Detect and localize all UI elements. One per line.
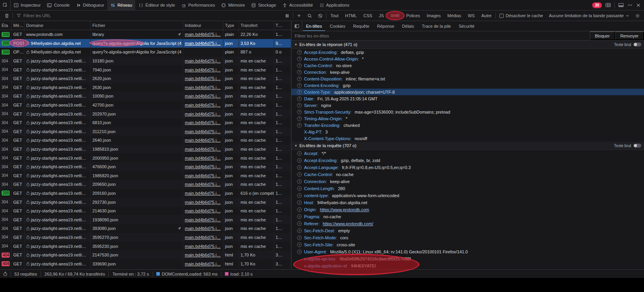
table-row[interactable]: 304 GET jazzy-starlight-aeea19.netli… 20…	[0, 153, 291, 162]
table-row[interactable]: 304 GET jazzy-starlight-aeea19.netli… 47…	[0, 162, 291, 171]
initiator-cell[interactable]: main.bd4b6d75.j…	[183, 83, 223, 92]
initiator-link[interactable]: main.bd4b6d75.j…	[185, 85, 221, 90]
initiator-link[interactable]: main.bd4b6d75.j…	[185, 103, 221, 107]
header-row[interactable]: Connection keep-alive	[292, 178, 644, 185]
initiator-link[interactable]: main.bd4b6d75.j…	[185, 138, 221, 142]
search-button[interactable]	[305, 12, 314, 20]
initiator-cell[interactable]: main.bd4b6d75.j…	[183, 224, 223, 233]
header-row[interactable]: Server nginx	[292, 102, 644, 109]
header-row[interactable]: Cache-Control no-store	[292, 62, 644, 69]
table-row[interactable]: 200 OP… 94he6yatei-dsn.algolia.net query…	[0, 48, 291, 57]
column-header-size[interactable]: T…	[274, 21, 291, 30]
pause-recording-button[interactable]	[282, 12, 292, 20]
initiator-cell[interactable]: main.bd4b6d75.j…	[183, 207, 223, 215]
initiator-cell[interactable]: main.bd4b6d75.j…	[183, 171, 223, 180]
initiator-link[interactable]: main.bd4b6d75.j…	[185, 208, 221, 213]
table-row[interactable]: 304 GET jazzy-starlight-aeea19.netli… 35…	[0, 233, 291, 242]
tab-stockage[interactable]: Stockage	[248, 0, 279, 10]
table-row[interactable]: 304 GET jazzy-starlight-aeea19.netli… 39…	[0, 224, 291, 233]
table-row[interactable]: 404 GET jazzy-starlight-aeea19.netli… 33…	[0, 259, 291, 268]
header-row[interactable]: Sec-Fetch-Site cross-site	[292, 241, 644, 248]
tab-editeur-de-style[interactable]: Éditeur de style	[135, 0, 178, 10]
error-count-badge[interactable]: 30	[592, 2, 602, 8]
initiator-cell[interactable]	[183, 48, 223, 57]
header-row[interactable]: Access-Control-Allow-Origin *	[292, 55, 644, 62]
header-row[interactable]: Sec-Fetch-Mode cors	[292, 234, 644, 241]
tab-console[interactable]: Console	[44, 0, 73, 10]
header-row[interactable]: Transfer-Encoding chunked	[292, 122, 644, 128]
resend-button[interactable]: Renvoyer	[615, 31, 644, 40]
initiator-link[interactable]: main.bd4b6d75.j…	[185, 244, 221, 249]
initiator-link[interactable]: main.bd4b6d75.j…	[185, 235, 221, 240]
initiator-cell[interactable]: main.bd4b6d75.j…	[183, 180, 223, 189]
header-row[interactable]: content-type application/x-www-form-urle…	[292, 192, 644, 199]
url-filter-input[interactable]: Filtrer les URL	[14, 13, 281, 18]
tab-entetes[interactable]: En-têtes	[302, 21, 326, 31]
initiator-link[interactable]: main.bd4b6d75.j…	[185, 226, 221, 231]
initiator-cell[interactable]: main.bd4b6d75.j…	[183, 136, 223, 145]
header-row[interactable]: Referer https://www.protondb.com/	[292, 220, 644, 227]
initiator-cell[interactable]: main.bd4b6d75.j…	[183, 189, 223, 198]
filter-css[interactable]: CSS	[361, 12, 375, 19]
tab-requete[interactable]: Requête	[349, 21, 373, 31]
initiator-link[interactable]: main.bd4b6d75.j…	[185, 156, 221, 160]
filter-autre[interactable]: Autre	[479, 12, 494, 19]
column-header-status[interactable]: Éta	[0, 21, 12, 30]
sidebar-toggle-button[interactable]	[292, 21, 302, 31]
initiator-cell[interactable]: main.bd4b6d75.j…	[183, 101, 223, 110]
filter-tout[interactable]: Tout	[328, 12, 341, 19]
tab-applications[interactable]: Applications	[316, 0, 352, 10]
initiator-cell[interactable]: main.bd4b6d75.j…	[183, 39, 223, 48]
tab-delais[interactable]: Délais	[398, 21, 418, 31]
initiator-link[interactable]: main.bd4b6d75.j…	[185, 59, 221, 63]
header-row[interactable]: X-Content-Type-Options nosniff	[292, 135, 644, 142]
table-row[interactable]: 304 GET jazzy-starlight-aeea19.netli… 26…	[0, 74, 291, 83]
initiator-link[interactable]: main.bd4b6d75.j…	[185, 32, 221, 37]
filter-images[interactable]: Images	[424, 12, 443, 19]
initiator-link[interactable]: main.bd4b6d75.j…	[185, 68, 221, 72]
initiator-cell[interactable]: main.bd4b6d75.j…	[183, 242, 223, 251]
initiator-link[interactable]: main.bd4b6d75.j…	[185, 164, 221, 169]
header-row[interactable]: Pragma no-cache	[292, 213, 644, 220]
tab-memoire[interactable]: Mémoire	[218, 0, 248, 10]
column-header-initiator[interactable]: Initiateur	[183, 21, 223, 30]
initiator-link[interactable]: main.bd4b6d75.j…	[185, 253, 221, 257]
pick-element-button[interactable]	[0, 0, 11, 10]
header-row[interactable]: Content-Type application/json; charset=U…	[292, 89, 644, 95]
new-request-button[interactable]	[294, 12, 304, 20]
initiator-cell[interactable]: main.bd4b6d75.j…	[183, 153, 223, 162]
initiator-cell[interactable]: main.bd4b6d75.j…	[183, 74, 223, 83]
initiator-cell[interactable]: main.bd4b6d75.j…	[183, 30, 223, 39]
tab-reseau[interactable]: Réseau	[107, 0, 135, 10]
header-row[interactable]: Sec-Fetch-Dest empty	[292, 227, 644, 234]
table-row[interactable]: 304 GET jazzy-starlight-aeea19.netli… 10…	[0, 92, 291, 101]
initiator-cell[interactable]: main.bd4b6d75.j…	[183, 127, 223, 136]
table-row[interactable]: 304 GET jazzy-starlight-aeea19.netli… 20…	[0, 180, 291, 189]
table-row[interactable]: 304 GET jazzy-starlight-aeea19.netli… 29…	[0, 198, 291, 207]
header-row[interactable]: Content-Encoding gzip	[292, 82, 644, 89]
table-row[interactable]: 304 GET jazzy-starlight-aeea19.netli… 31…	[0, 127, 291, 136]
filter-ws[interactable]: WS	[465, 12, 477, 19]
initiator-link[interactable]: main.bd4b6d75.j…	[185, 76, 221, 81]
initiator-link[interactable]: main.bd4b6d75.j…	[185, 94, 221, 98]
header-row[interactable]: X-Alg-PT 3	[292, 128, 644, 135]
block-url-button[interactable]: Bloquer	[590, 31, 615, 40]
table-row[interactable]: 304 GET jazzy-starlight-aeea19.netli… 19…	[0, 171, 291, 180]
tab-cookies[interactable]: Cookies	[326, 21, 349, 31]
header-row[interactable]: x-algolia-application-id 94HE6YATEI	[292, 262, 644, 269]
header-row[interactable]: Host 94he6yatei-dsn.algolia.net	[292, 199, 644, 206]
initiator-cell[interactable]: main.bd4b6d75.j…	[183, 162, 223, 171]
initiator-link[interactable]: main.bd4b6d75.j…	[185, 182, 221, 187]
headers-scroll-area[interactable]: En-têtes de la réponse (471 o) Texte bru…	[292, 41, 644, 269]
header-row[interactable]: Strict-Transport-Security max-age=315360…	[292, 109, 644, 115]
initiator-link[interactable]: main.bd4b6d75.j…	[185, 147, 221, 151]
table-row[interactable]: 304 GET jazzy-starlight-aeea19.netli… 20…	[0, 109, 291, 118]
initiator-cell[interactable]: main.bd4b6d75.j…	[183, 215, 223, 224]
table-row[interactable]: 304 GET jazzy-starlight-aeea19.netli… 21…	[0, 207, 291, 215]
grid-icon[interactable]	[605, 3, 611, 7]
initiator-link[interactable]: main.bd4b6d75.j…	[185, 200, 221, 205]
disable-cache-checkbox[interactable]: Désactiver le cache	[497, 13, 545, 18]
response-headers-section-header[interactable]: En-têtes de la réponse (471 o) Texte bru…	[292, 41, 644, 49]
header-row[interactable]: x-algolia-api-key 9ba0e69fb2974316cdaec8…	[292, 255, 644, 262]
tab-accessibilite[interactable]: Accessibilité	[279, 0, 316, 10]
